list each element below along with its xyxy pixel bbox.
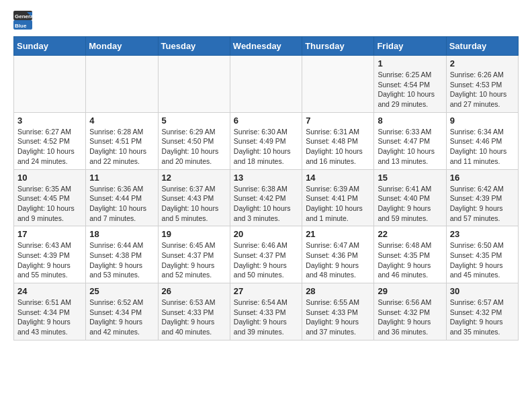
day-cell: 4Sunrise: 6:28 AM Sunset: 4:51 PM Daylig… xyxy=(86,112,158,169)
day-cell: 23Sunrise: 6:50 AM Sunset: 4:35 PM Dayli… xyxy=(446,226,518,283)
weekday-header-thursday: Thursday xyxy=(302,37,374,56)
day-info: Sunrise: 6:53 AM Sunset: 4:33 PM Dayligh… xyxy=(162,298,226,337)
day-cell: 17Sunrise: 6:43 AM Sunset: 4:39 PM Dayli… xyxy=(14,226,86,283)
day-number: 16 xyxy=(450,173,515,183)
day-cell: 11Sunrise: 6:36 AM Sunset: 4:44 PM Dayli… xyxy=(86,169,158,226)
day-cell: 8Sunrise: 6:33 AM Sunset: 4:47 PM Daylig… xyxy=(374,112,446,169)
day-number: 18 xyxy=(89,229,154,239)
day-number: 23 xyxy=(450,229,515,239)
day-number: 5 xyxy=(162,116,226,126)
day-cell: 25Sunrise: 6:52 AM Sunset: 4:34 PM Dayli… xyxy=(86,283,158,340)
day-number: 8 xyxy=(378,116,442,126)
day-info: Sunrise: 6:44 AM Sunset: 4:38 PM Dayligh… xyxy=(89,240,154,280)
weekday-header-sunday: Sunday xyxy=(14,37,86,56)
day-number: 26 xyxy=(162,286,226,296)
day-cell: 15Sunrise: 6:41 AM Sunset: 4:40 PM Dayli… xyxy=(374,169,446,226)
day-cell xyxy=(158,56,230,113)
day-cell: 12Sunrise: 6:37 AM Sunset: 4:43 PM Dayli… xyxy=(158,169,230,226)
day-number: 30 xyxy=(450,286,515,296)
day-info: Sunrise: 6:50 AM Sunset: 4:35 PM Dayligh… xyxy=(450,240,515,280)
svg-text:Blue: Blue xyxy=(15,23,27,29)
day-cell xyxy=(302,56,374,113)
day-cell: 9Sunrise: 6:34 AM Sunset: 4:46 PM Daylig… xyxy=(446,112,518,169)
day-cell: 5Sunrise: 6:29 AM Sunset: 4:50 PM Daylig… xyxy=(158,112,230,169)
day-info: Sunrise: 6:51 AM Sunset: 4:34 PM Dayligh… xyxy=(17,298,82,337)
day-number: 2 xyxy=(450,58,515,68)
day-info: Sunrise: 6:45 AM Sunset: 4:37 PM Dayligh… xyxy=(162,240,226,280)
day-number: 12 xyxy=(162,173,226,183)
day-info: Sunrise: 6:29 AM Sunset: 4:50 PM Dayligh… xyxy=(162,127,226,167)
day-info: Sunrise: 6:30 AM Sunset: 4:49 PM Dayligh… xyxy=(234,127,298,167)
day-number: 21 xyxy=(306,229,370,239)
week-row-4: 17Sunrise: 6:43 AM Sunset: 4:39 PM Dayli… xyxy=(14,226,519,283)
day-cell: 7Sunrise: 6:31 AM Sunset: 4:48 PM Daylig… xyxy=(302,112,374,169)
day-cell: 27Sunrise: 6:54 AM Sunset: 4:33 PM Dayli… xyxy=(230,283,302,340)
day-number: 29 xyxy=(378,286,442,296)
day-cell: 20Sunrise: 6:46 AM Sunset: 4:37 PM Dayli… xyxy=(230,226,302,283)
header: General Blue xyxy=(13,11,519,30)
weekday-header-tuesday: Tuesday xyxy=(158,37,230,56)
day-cell: 29Sunrise: 6:56 AM Sunset: 4:32 PM Dayli… xyxy=(374,283,446,340)
day-cell: 10Sunrise: 6:35 AM Sunset: 4:45 PM Dayli… xyxy=(14,169,86,226)
day-info: Sunrise: 6:28 AM Sunset: 4:51 PM Dayligh… xyxy=(89,127,154,167)
day-info: Sunrise: 6:46 AM Sunset: 4:37 PM Dayligh… xyxy=(234,240,298,280)
day-number: 25 xyxy=(89,286,154,296)
weekday-header-saturday: Saturday xyxy=(446,37,518,56)
calendar-table: SundayMondayTuesdayWednesdayThursdayFrid… xyxy=(13,36,519,340)
svg-text:General: General xyxy=(15,13,32,19)
day-info: Sunrise: 6:26 AM Sunset: 4:53 PM Dayligh… xyxy=(450,70,515,109)
day-info: Sunrise: 6:56 AM Sunset: 4:32 PM Dayligh… xyxy=(378,298,442,337)
week-row-1: 1Sunrise: 6:25 AM Sunset: 4:54 PM Daylig… xyxy=(14,56,519,113)
weekday-header-monday: Monday xyxy=(86,37,158,56)
day-number: 22 xyxy=(378,229,442,239)
day-cell: 22Sunrise: 6:48 AM Sunset: 4:35 PM Dayli… xyxy=(374,226,446,283)
day-number: 6 xyxy=(234,116,298,126)
day-cell: 30Sunrise: 6:57 AM Sunset: 4:32 PM Dayli… xyxy=(446,283,518,340)
week-row-2: 3Sunrise: 6:27 AM Sunset: 4:52 PM Daylig… xyxy=(14,112,519,169)
day-number: 28 xyxy=(306,286,370,296)
day-cell xyxy=(14,56,86,113)
logo-icon: General Blue xyxy=(13,11,32,30)
day-info: Sunrise: 6:39 AM Sunset: 4:41 PM Dayligh… xyxy=(306,184,370,224)
day-info: Sunrise: 6:52 AM Sunset: 4:34 PM Dayligh… xyxy=(89,298,154,337)
day-number: 11 xyxy=(89,173,154,183)
day-number: 4 xyxy=(89,116,154,126)
day-number: 19 xyxy=(162,229,226,239)
week-row-3: 10Sunrise: 6:35 AM Sunset: 4:45 PM Dayli… xyxy=(14,169,519,226)
day-cell: 13Sunrise: 6:38 AM Sunset: 4:42 PM Dayli… xyxy=(230,169,302,226)
day-info: Sunrise: 6:34 AM Sunset: 4:46 PM Dayligh… xyxy=(450,127,515,167)
day-number: 10 xyxy=(17,173,82,183)
day-number: 15 xyxy=(378,173,442,183)
weekday-header-wednesday: Wednesday xyxy=(230,37,302,56)
day-info: Sunrise: 6:35 AM Sunset: 4:45 PM Dayligh… xyxy=(17,184,82,224)
logo: General Blue xyxy=(13,11,32,30)
day-number: 17 xyxy=(17,229,82,239)
day-cell: 26Sunrise: 6:53 AM Sunset: 4:33 PM Dayli… xyxy=(158,283,230,340)
weekday-header-friday: Friday xyxy=(374,37,446,56)
day-info: Sunrise: 6:37 AM Sunset: 4:43 PM Dayligh… xyxy=(162,184,226,224)
day-cell: 24Sunrise: 6:51 AM Sunset: 4:34 PM Dayli… xyxy=(14,283,86,340)
day-cell: 1Sunrise: 6:25 AM Sunset: 4:54 PM Daylig… xyxy=(374,56,446,113)
day-number: 3 xyxy=(17,116,82,126)
weekday-header-row: SundayMondayTuesdayWednesdayThursdayFrid… xyxy=(14,37,519,56)
day-info: Sunrise: 6:27 AM Sunset: 4:52 PM Dayligh… xyxy=(17,127,82,167)
day-cell: 28Sunrise: 6:55 AM Sunset: 4:33 PM Dayli… xyxy=(302,283,374,340)
day-cell: 2Sunrise: 6:26 AM Sunset: 4:53 PM Daylig… xyxy=(446,56,518,113)
page: General Blue SundayMondayTuesdayWednesda… xyxy=(0,0,532,351)
day-cell: 16Sunrise: 6:42 AM Sunset: 4:39 PM Dayli… xyxy=(446,169,518,226)
day-info: Sunrise: 6:57 AM Sunset: 4:32 PM Dayligh… xyxy=(450,298,515,337)
day-number: 24 xyxy=(17,286,82,296)
day-number: 7 xyxy=(306,116,370,126)
day-info: Sunrise: 6:36 AM Sunset: 4:44 PM Dayligh… xyxy=(89,184,154,224)
day-info: Sunrise: 6:43 AM Sunset: 4:39 PM Dayligh… xyxy=(17,240,82,280)
day-number: 20 xyxy=(234,229,298,239)
day-number: 9 xyxy=(450,116,515,126)
day-cell: 14Sunrise: 6:39 AM Sunset: 4:41 PM Dayli… xyxy=(302,169,374,226)
day-info: Sunrise: 6:33 AM Sunset: 4:47 PM Dayligh… xyxy=(378,127,442,167)
day-number: 1 xyxy=(378,58,442,68)
day-cell xyxy=(230,56,302,113)
day-info: Sunrise: 6:48 AM Sunset: 4:35 PM Dayligh… xyxy=(378,240,442,280)
day-cell: 21Sunrise: 6:47 AM Sunset: 4:36 PM Dayli… xyxy=(302,226,374,283)
day-info: Sunrise: 6:55 AM Sunset: 4:33 PM Dayligh… xyxy=(306,298,370,337)
day-cell: 3Sunrise: 6:27 AM Sunset: 4:52 PM Daylig… xyxy=(14,112,86,169)
